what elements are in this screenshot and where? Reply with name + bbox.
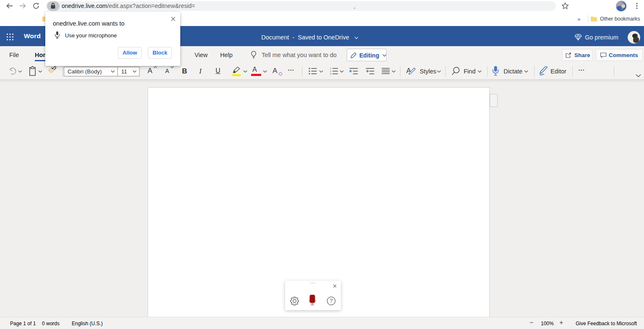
svg-text:3: 3: [330, 73, 331, 75]
svg-text:?: ?: [330, 298, 333, 304]
svg-text:2: 2: [330, 70, 331, 73]
svg-text:1: 1: [330, 67, 331, 70]
